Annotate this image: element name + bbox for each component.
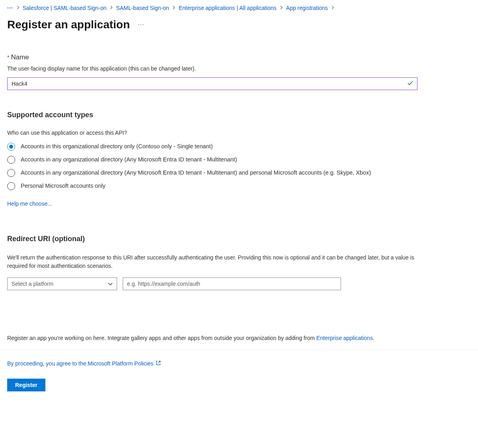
radio-label: Accounts in any organizational directory… [21, 155, 237, 164]
redirect-uri-description: We'll return the authentication response… [7, 253, 421, 270]
footer-note-prefix: Register an app you're working on here. … [7, 335, 316, 341]
footer-note: Register an app you're working on here. … [7, 334, 471, 342]
more-icon[interactable]: ··· [138, 21, 144, 28]
name-input[interactable] [7, 77, 417, 90]
breadcrumb-overflow[interactable]: ··· [7, 5, 13, 11]
redirect-uri-row: Select a platform [7, 277, 471, 290]
radio-option-multitenant-personal[interactable]: Accounts in any organizational directory… [7, 169, 471, 177]
radio-icon [7, 143, 15, 151]
divider [0, 350, 478, 350]
name-label-row: * Name [7, 53, 471, 61]
radio-option-personal-only[interactable]: Personal Microsoft accounts only [7, 182, 471, 190]
breadcrumb: ··· Salesforce | SAML-based Sign-on SAML… [7, 5, 471, 11]
footer-note-suffix: . [373, 335, 374, 341]
breadcrumb-item[interactable]: App registrations [286, 5, 328, 11]
radio-label: Accounts in any organizational directory… [21, 169, 371, 177]
radio-option-multitenant[interactable]: Accounts in any organizational directory… [7, 155, 471, 164]
external-link-icon [156, 360, 161, 367]
chevron-right-icon [172, 5, 175, 11]
radio-icon [7, 156, 15, 164]
check-icon [407, 80, 413, 88]
chevron-right-icon [16, 5, 20, 11]
radio-label: Personal Microsoft accounts only [21, 182, 106, 190]
platform-select[interactable]: Select a platform [7, 277, 117, 290]
required-star-icon: * [7, 54, 9, 61]
enterprise-applications-link[interactable]: Enterprise applications [316, 335, 373, 341]
chevron-right-icon [110, 5, 113, 11]
policies-row: By proceeding, you agree to the Microsof… [7, 360, 471, 367]
page-title: Register an application [7, 18, 130, 31]
redirect-uri-title: Redirect URI (optional) [7, 235, 471, 243]
policies-link[interactable]: By proceeding, you agree to the Microsof… [7, 360, 153, 367]
chevron-right-icon [280, 5, 283, 11]
radio-icon [7, 182, 15, 190]
breadcrumb-item[interactable]: Enterprise applications | All applicatio… [178, 5, 276, 11]
register-button[interactable]: Register [7, 379, 45, 391]
account-types-radio-group: Accounts in this organizational director… [7, 142, 471, 190]
radio-label: Accounts in this organizational director… [21, 142, 213, 151]
chevron-down-icon [108, 281, 113, 287]
chevron-right-icon [331, 5, 334, 11]
account-types-question: Who can use this application or access t… [7, 130, 471, 136]
account-types-title: Supported account types [7, 111, 471, 119]
breadcrumb-item[interactable]: SAML-based Sign-on [116, 5, 169, 11]
platform-select-placeholder: Select a platform [12, 281, 53, 287]
name-field-label: Name [11, 53, 29, 61]
name-field-help: The user-facing display name for this ap… [7, 65, 471, 72]
help-me-choose-link[interactable]: Help me choose... [7, 200, 52, 207]
page-title-row: Register an application ··· [7, 18, 471, 31]
name-input-wrap [7, 77, 417, 90]
radio-option-single-tenant[interactable]: Accounts in this organizational director… [7, 142, 471, 151]
redirect-uri-input[interactable] [123, 277, 341, 290]
breadcrumb-item[interactable]: Salesforce | SAML-based Sign-on [23, 5, 107, 11]
radio-icon [7, 169, 15, 177]
